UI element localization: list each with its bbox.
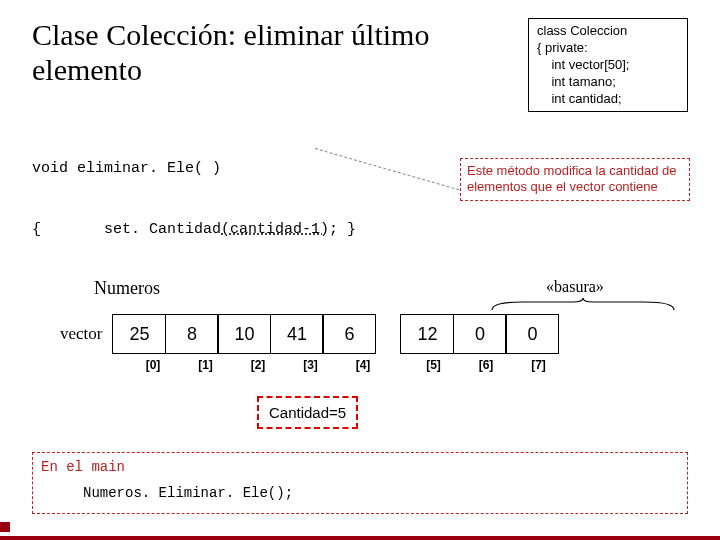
index-row: [0] [1] [2] [3] [4] [5] [6] [7] — [126, 358, 566, 372]
class-definition-box: class Coleccion { private: int vector[50… — [528, 18, 688, 112]
vector-label: vector — [60, 324, 102, 344]
main-callout: En el main Numeros. Eliminar. Ele(); — [32, 452, 688, 514]
array-cell: 41 — [270, 314, 324, 354]
array-cell: 12 — [400, 314, 454, 354]
array-index: [0] — [126, 358, 180, 372]
code-line: { set. Cantidad(cantidad-1); } — [32, 220, 688, 240]
page-title: Clase Colección: eliminar último element… — [32, 18, 510, 87]
garbage-label: «basura» — [530, 278, 620, 296]
corner-decoration — [0, 522, 10, 532]
array-cell: 8 — [165, 314, 219, 354]
array-index: [6] — [459, 358, 513, 372]
class-line: { private: — [537, 40, 679, 57]
cells-garbage: 12 0 0 — [400, 314, 559, 354]
annotation-note: Este método modifica la cantidad de elem… — [460, 158, 690, 201]
main-label: En el main — [41, 459, 679, 475]
main-code: Numeros. Eliminar. Ele(); — [83, 485, 679, 501]
array-cell: 10 — [217, 314, 271, 354]
cells-active: 25 8 10 41 6 — [112, 314, 376, 354]
class-line: int vector[50]; — [537, 57, 679, 74]
cantidad-box: Cantidad=5 — [257, 396, 358, 429]
array-index: [7] — [512, 358, 566, 372]
array-cell: 0 — [453, 314, 507, 354]
array-index: [1] — [179, 358, 233, 372]
vector-array: vector 25 8 10 41 6 12 0 0 — [60, 314, 559, 354]
array-index: [3] — [284, 358, 338, 372]
array-index: [4] — [336, 358, 390, 372]
array-cell: 25 — [112, 314, 166, 354]
class-line: int cantidad; — [537, 91, 679, 108]
class-line: int tamano; — [537, 74, 679, 91]
class-line: class Coleccion — [537, 23, 679, 40]
brace-icon — [490, 298, 676, 312]
array-cell: 0 — [505, 314, 559, 354]
array-index: [2] — [231, 358, 285, 372]
array-index: [5] — [407, 358, 461, 372]
array-cell: 6 — [322, 314, 376, 354]
